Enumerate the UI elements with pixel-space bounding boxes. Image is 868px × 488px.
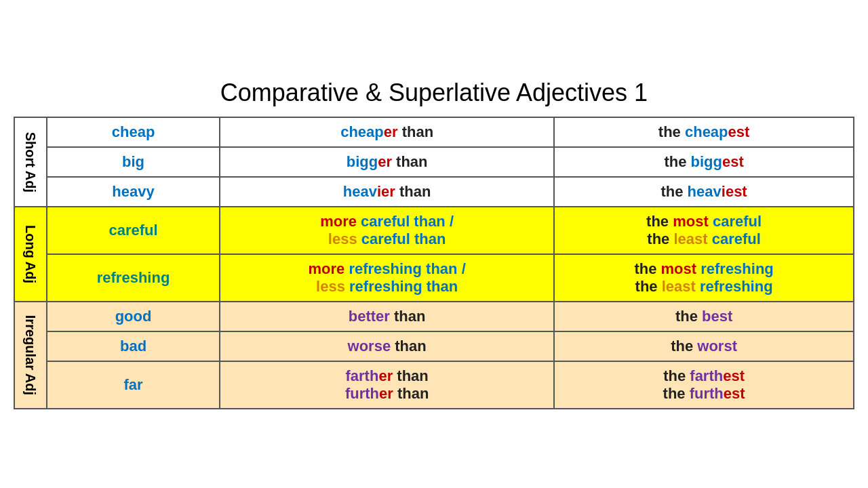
superlative-form-irreg: the worst (554, 331, 854, 361)
base-adjective: big (47, 147, 220, 177)
adjectives-table: Short Adjcheapcheaper thanthe cheapestbi… (14, 117, 854, 409)
base-adjective-long: refreshing (47, 254, 220, 302)
base-adjective-irreg: far (47, 361, 220, 409)
superlative-form-long: the most carefulthe least careful (554, 207, 854, 254)
section-label-long: Long Adj (14, 207, 47, 302)
base-adjective-irreg: bad (47, 331, 220, 361)
comparative-form-irreg: better than (220, 302, 554, 331)
comparative-form-long: more refreshing than /less refreshing th… (220, 254, 554, 302)
superlative-form-long: the most refreshingthe least refreshing (554, 254, 854, 302)
base-adjective-irreg: good (47, 302, 220, 331)
superlative-form: the biggest (554, 147, 854, 177)
page-title: Comparative & Superlative Adjectives 1 (14, 79, 854, 107)
comparative-form-irreg: farther thanfurther than (220, 361, 554, 409)
base-adjective-long: careful (47, 207, 220, 254)
comparative-form: heavier than (220, 177, 554, 207)
section-label-irregular: Irregular Adj (14, 302, 47, 409)
superlative-form: the heaviest (554, 177, 854, 207)
superlative-form-irreg: the best (554, 302, 854, 331)
superlative-form-irreg: the farthestthe furthest (554, 361, 854, 409)
comparative-form-long: more careful than /less careful than (220, 207, 554, 254)
comparative-form: bigger than (220, 147, 554, 177)
comparative-form-irreg: worse than (220, 331, 554, 361)
comparative-form: cheaper than (220, 117, 554, 147)
main-container: Comparative & Superlative Adjectives 1 S… (14, 79, 854, 409)
base-adjective: heavy (47, 177, 220, 207)
superlative-form: the cheapest (554, 117, 854, 147)
section-label-short: Short Adj (14, 117, 47, 207)
base-adjective: cheap (47, 117, 220, 147)
